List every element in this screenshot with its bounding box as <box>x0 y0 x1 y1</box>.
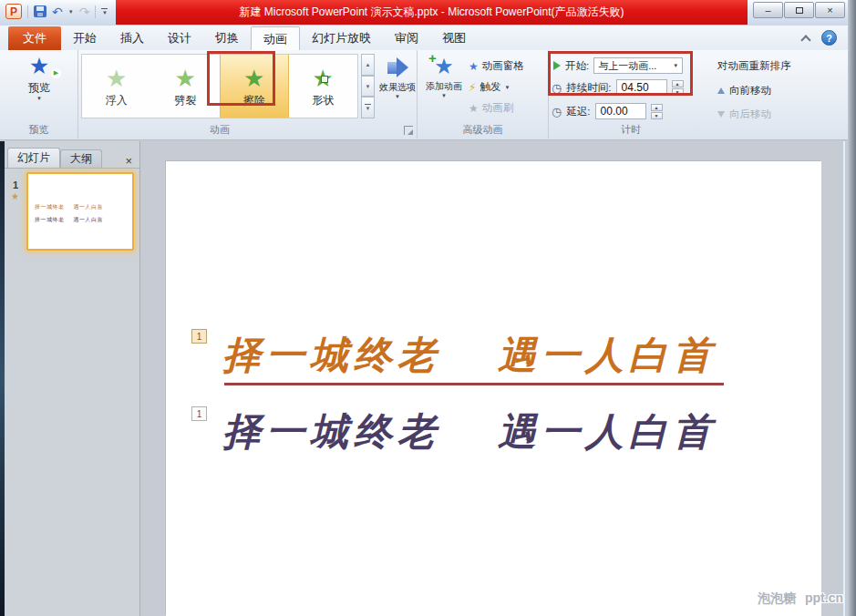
gallery-item-wipe[interactable]: ★ 擦除 <box>220 55 289 118</box>
delay-input[interactable]: 00.00 <box>595 103 646 119</box>
move-later-icon <box>717 111 725 118</box>
panel-close-icon[interactable]: × <box>120 154 137 168</box>
animation-pane-icon: ★ <box>469 60 479 73</box>
animation-pane-button[interactable]: ★ 动画窗格 <box>469 56 549 77</box>
shape-square-icon <box>321 76 328 83</box>
window-controls: – × <box>753 2 845 18</box>
panel-tab-slides[interactable]: 幻灯片 <box>7 148 60 168</box>
group-timing: 开始: 与上一动画... ▼ ◷ 持续时间: 04.50 ▲ ▼ ◷ 延迟: 0… <box>549 50 848 139</box>
restore-icon <box>796 7 803 14</box>
duration-row: ◷ 持续时间: 04.50 ▲ ▼ <box>552 79 684 96</box>
minimize-button[interactable]: – <box>753 2 783 18</box>
ribbon-tab-row: 文件 开始 插入 设计 切换 动画 幻灯片放映 审阅 视图 ? <box>0 26 848 50</box>
animation-number-badge-2[interactable]: 1 <box>191 406 207 421</box>
quick-access-toolbar: P ↶ ▼ ↷ ▼ <box>5 4 108 19</box>
customize-qat-icon[interactable]: ▼ <box>101 8 108 15</box>
tab-review[interactable]: 审阅 <box>383 26 430 50</box>
scrollbar-track[interactable] <box>843 141 845 616</box>
save-icon[interactable] <box>34 5 46 17</box>
ribbon: ★▶ 预览 ▼ 预览 ★ 浮入 ★ 劈裂 ★ 擦除 <box>0 50 848 140</box>
panel-tabs-divider <box>5 168 139 169</box>
gallery-item-shape[interactable]: ★ 形状 <box>289 55 358 118</box>
text-underline <box>224 383 724 385</box>
reorder-animation-label: 对动画重新排序 <box>717 59 791 73</box>
effect-options-button[interactable]: 效果选项 ▼ <box>378 54 417 99</box>
close-button[interactable]: × <box>815 2 845 18</box>
powerpoint-logo-icon[interactable]: P <box>5 4 22 19</box>
slide-text-line-1[interactable]: 择一城终老遇一人白首 <box>222 330 717 381</box>
slide-text-line-2[interactable]: 择一城终老遇一人白首 <box>222 406 717 457</box>
window-edge-right <box>848 0 856 616</box>
add-animation-dropdown-icon[interactable]: ▼ <box>421 93 467 98</box>
animation-number-badge-1[interactable]: 1 <box>191 329 207 344</box>
start-label: 开始: <box>565 59 589 73</box>
preview-dropdown-icon[interactable]: ▼ <box>15 96 63 101</box>
start-dropdown[interactable]: 与上一动画... ▼ <box>593 57 683 74</box>
gallery-scroll-down[interactable]: ▼ <box>361 76 375 98</box>
plus-icon: + <box>428 50 437 66</box>
dialog-launcher-icon[interactable] <box>404 126 413 135</box>
wipe-star-icon: ★ <box>243 65 264 92</box>
group-advanced-animation: ★ + 添加动画 ▼ ★ 动画窗格 ⚡ 触发 ▼ ★ 动画刷 <box>418 50 549 139</box>
trigger-dropdown-icon[interactable]: ▼ <box>504 85 510 90</box>
restore-button[interactable] <box>784 2 814 18</box>
group-label-timing: 计时 <box>549 123 713 137</box>
duration-spinner: ▲ ▼ <box>672 80 684 96</box>
animation-gallery: ★ 浮入 ★ 劈裂 ★ 擦除 ★ 形状 <box>81 54 358 118</box>
collapse-ribbon-icon[interactable] <box>800 35 810 45</box>
animation-painter-button: ★ 动画刷 <box>469 98 549 118</box>
preview-star-icon: ★▶ <box>15 53 63 80</box>
delay-spinner: ▲ ▼ <box>651 104 663 119</box>
move-earlier-button[interactable]: 向前移动 <box>717 84 771 98</box>
separator <box>95 5 96 18</box>
window-title: 新建 Microsoft PowerPoint 演示文稿.pptx - Micr… <box>239 5 624 20</box>
tab-design[interactable]: 设计 <box>156 26 203 50</box>
redo-icon: ↷ <box>79 5 90 18</box>
title-highlight: 新建 Microsoft PowerPoint 演示文稿.pptx - Micr… <box>116 0 748 25</box>
duration-spin-down[interactable]: ▼ <box>672 88 684 96</box>
play-icon: ▶ <box>51 68 61 78</box>
undo-icon[interactable]: ↶ <box>52 5 63 18</box>
slide-canvas[interactable]: 1 择一城终老遇一人白首 1 择一城终老遇一人白首 <box>166 161 821 616</box>
animation-painter-icon: ★ <box>469 102 479 115</box>
tab-view[interactable]: 视图 <box>430 26 478 50</box>
undo-dropdown-icon[interactable]: ▼ <box>68 9 74 15</box>
gallery-item-split[interactable]: ★ 劈裂 <box>151 55 221 118</box>
duration-input[interactable]: 04.50 <box>616 79 667 96</box>
duration-spin-up[interactable]: ▲ <box>672 80 684 87</box>
tab-file[interactable]: 文件 <box>8 26 61 50</box>
group-label-animation: 动画 <box>81 123 358 137</box>
gallery-scroll-up[interactable]: ▲ <box>361 54 375 76</box>
delay-label: 延迟: <box>566 105 590 118</box>
help-icon[interactable]: ? <box>821 30 837 46</box>
preview-button[interactable]: ★▶ 预览 ▼ <box>15 53 63 101</box>
start-row: 开始: 与上一动画... ▼ <box>553 57 683 74</box>
trigger-button[interactable]: ⚡ 触发 ▼ <box>469 77 549 98</box>
watermark: 泡泡糖ppt.cn <box>758 590 843 607</box>
tab-transitions[interactable]: 切换 <box>203 26 251 50</box>
tab-insert[interactable]: 插入 <box>108 26 156 50</box>
animation-indicator-icon[interactable]: ★ <box>11 191 19 201</box>
gallery-item-float-in[interactable]: ★ 浮入 <box>82 55 151 118</box>
delay-spin-up[interactable]: ▲ <box>651 104 663 111</box>
start-dropdown-icon[interactable]: ▼ <box>673 63 678 68</box>
slides-panel: 幻灯片 大纲 × 1 ★ 择一城终老遇一人白首 择一城终老遇一人白首 <box>5 141 140 616</box>
delay-row: ◷ 延迟: 00.00 ▲ ▼ <box>552 103 663 119</box>
group-label-advanced: 高级动画 <box>418 123 548 137</box>
delay-spin-down[interactable]: ▼ <box>651 112 663 119</box>
powerpoint-window: P ↶ ▼ ↷ ▼ 新建 Microsoft PowerPoint 演示文稿.p… <box>0 0 856 616</box>
effect-options-dropdown-icon[interactable]: ▼ <box>378 94 417 99</box>
gallery-more-button[interactable]: ▼ <box>361 97 375 118</box>
tab-home[interactable]: 开始 <box>61 26 108 50</box>
start-play-icon <box>553 61 561 70</box>
shape-star-icon: ★ <box>313 65 334 92</box>
gallery-scrollbar: ▲ ▼ ▼ <box>361 54 375 118</box>
duration-label: 持续时间: <box>566 81 611 95</box>
panel-tab-outline[interactable]: 大纲 <box>60 149 102 168</box>
tab-animations[interactable]: 动画 <box>251 26 300 50</box>
tab-slideshow[interactable]: 幻灯片放映 <box>300 26 383 50</box>
add-animation-button[interactable]: ★ + 添加动画 ▼ <box>421 53 467 98</box>
delay-clock-icon: ◷ <box>552 106 562 118</box>
slide-thumbnail[interactable]: 择一城终老遇一人白首 择一城终老遇一人白首 <box>26 172 134 251</box>
split-star-icon: ★ <box>175 65 196 92</box>
